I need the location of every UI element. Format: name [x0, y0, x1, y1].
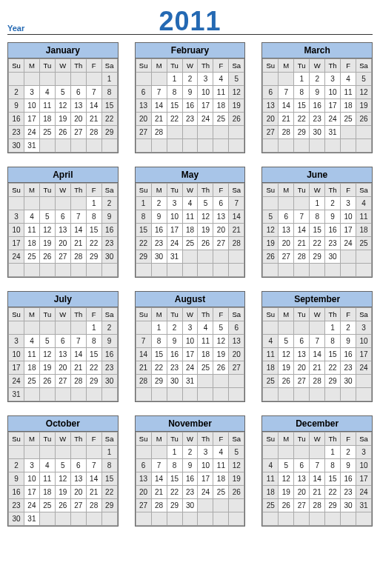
day-cell: 20 — [279, 237, 294, 250]
day-cell: 31 — [9, 388, 24, 401]
day-cell: 28 — [151, 126, 167, 139]
day-cell: 22 — [167, 113, 182, 126]
day-cell: 30 — [151, 250, 167, 264]
weekday-header: Tu — [167, 308, 182, 321]
day-cell — [263, 512, 279, 526]
day-cell: 23 — [182, 486, 198, 499]
day-cell: 30 — [325, 250, 341, 264]
day-cell: 29 — [101, 126, 117, 139]
month-block: MaySuMTuWThFSa12345678910111213141516171… — [135, 167, 246, 278]
month-table: SuMTuWThFSa12345678910111213141516171819… — [262, 307, 372, 401]
day-cell — [263, 446, 279, 459]
day-cell: 20 — [55, 361, 70, 375]
day-cell: 22 — [294, 113, 310, 126]
day-cell: 18 — [24, 361, 39, 375]
calendar-grid: JanuarySuMTuWThFSa1234567891011121314151… — [7, 42, 373, 527]
day-cell: 11 — [24, 224, 39, 237]
day-cell: 2 — [101, 197, 117, 210]
day-cell: 17 — [24, 486, 39, 499]
month-title: February — [136, 43, 245, 59]
day-cell: 8 — [101, 86, 117, 99]
day-cell: 15 — [86, 224, 101, 237]
weekday-header: Th — [198, 59, 213, 73]
day-cell: 21 — [310, 486, 325, 499]
day-cell — [310, 446, 325, 459]
day-cell — [136, 388, 151, 401]
day-cell: 10 — [182, 335, 198, 348]
day-cell: 24 — [198, 486, 213, 499]
day-cell: 28 — [136, 375, 151, 388]
day-cell: 24 — [24, 499, 39, 512]
day-cell — [198, 250, 213, 264]
day-cell: 20 — [55, 237, 70, 250]
weekday-header: M — [279, 432, 294, 446]
day-cell: 25 — [182, 237, 198, 250]
day-cell: 8 — [167, 86, 182, 99]
day-cell: 25 — [341, 113, 356, 126]
day-cell — [310, 139, 325, 153]
day-cell — [70, 446, 86, 459]
day-cell: 12 — [39, 348, 55, 361]
day-cell: 11 — [341, 86, 356, 99]
day-cell: 9 — [325, 210, 341, 224]
day-cell — [136, 73, 151, 86]
weekday-header: Tu — [294, 432, 310, 446]
day-cell: 17 — [356, 348, 372, 361]
month-block: NovemberSuMTuWThFSa123456789101112131415… — [135, 415, 246, 527]
day-cell: 19 — [55, 486, 70, 499]
day-cell: 29 — [151, 375, 167, 388]
weekday-header: W — [182, 59, 198, 73]
day-cell: 4 — [213, 446, 229, 459]
day-cell: 5 — [39, 335, 55, 348]
day-cell: 7 — [151, 459, 167, 472]
day-cell: 7 — [310, 459, 325, 472]
day-cell — [310, 388, 325, 401]
day-cell: 25 — [263, 375, 279, 388]
day-cell: 25 — [198, 361, 213, 375]
day-cell: 23 — [101, 361, 117, 375]
day-cell: 14 — [86, 99, 101, 113]
day-cell: 22 — [310, 237, 325, 250]
day-cell — [182, 512, 198, 526]
day-cell: 13 — [263, 99, 279, 113]
day-cell: 6 — [263, 86, 279, 99]
day-cell — [341, 126, 356, 139]
day-cell: 23 — [167, 361, 182, 375]
day-cell: 21 — [136, 361, 151, 375]
weekday-header: Sa — [229, 184, 244, 197]
weekday-header: Su — [136, 432, 151, 446]
day-cell — [198, 512, 213, 526]
day-cell: 27 — [55, 375, 70, 388]
day-cell: 12 — [279, 348, 294, 361]
day-cell: 16 — [9, 486, 24, 499]
day-cell — [325, 139, 341, 153]
weekday-header: Su — [9, 308, 24, 321]
day-cell — [86, 388, 101, 401]
day-cell — [24, 264, 39, 277]
day-cell — [182, 126, 198, 139]
day-cell: 11 — [182, 210, 198, 224]
day-cell: 15 — [136, 224, 151, 237]
weekday-header: Su — [9, 59, 24, 73]
day-cell: 14 — [279, 99, 294, 113]
weekday-header: M — [24, 432, 39, 446]
day-cell: 15 — [294, 99, 310, 113]
day-cell: 30 — [341, 375, 356, 388]
day-cell: 15 — [101, 99, 117, 113]
day-cell — [263, 139, 279, 153]
weekday-header: Su — [136, 59, 151, 73]
day-cell — [55, 197, 70, 210]
day-cell: 6 — [136, 86, 151, 99]
day-cell: 17 — [167, 224, 182, 237]
day-cell — [182, 250, 198, 264]
day-cell — [136, 139, 151, 153]
day-cell: 19 — [229, 472, 244, 486]
day-cell: 22 — [86, 361, 101, 375]
day-cell: 7 — [86, 86, 101, 99]
day-cell: 14 — [310, 472, 325, 486]
day-cell: 30 — [310, 126, 325, 139]
day-cell — [263, 388, 279, 401]
day-cell: 28 — [294, 250, 310, 264]
day-cell — [198, 388, 213, 401]
day-cell: 18 — [356, 224, 372, 237]
